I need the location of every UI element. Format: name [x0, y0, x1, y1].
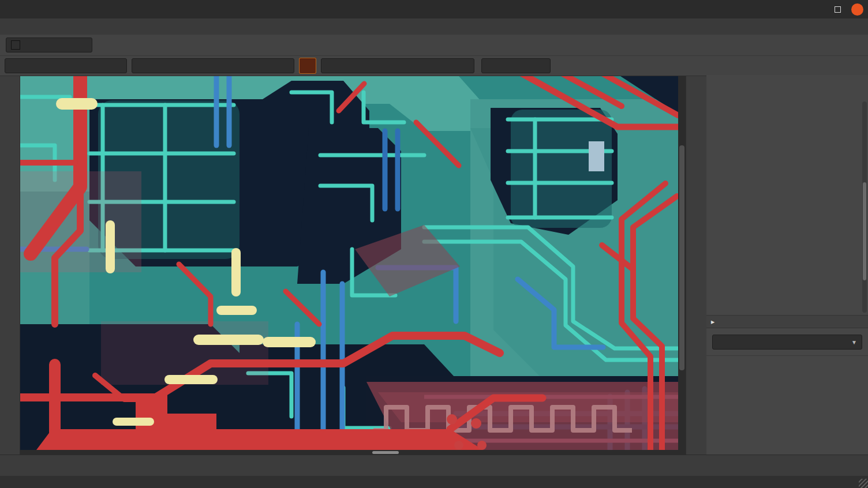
grid-size-dropdown[interactable] [321, 58, 474, 73]
selection-filter-grid [706, 362, 868, 364]
selection-filter-title [706, 356, 868, 362]
close-button[interactable] [851, 3, 863, 16]
presets-dropdown[interactable]: ▼ [712, 335, 862, 350]
layer-display-options[interactable]: ▸ [706, 315, 868, 328]
via-size-dropdown[interactable] [132, 58, 294, 73]
appearance-title [706, 75, 868, 80]
vertical-scrollbar[interactable] [678, 76, 686, 455]
hscroll-handle[interactable] [372, 451, 399, 454]
layer-swatch [11, 40, 20, 50]
via-size-button[interactable] [299, 58, 316, 74]
vscroll-handle[interactable] [679, 145, 684, 370]
right-toolbar [686, 76, 706, 455]
coordinate-status-bar [0, 476, 868, 488]
expand-arrow-icon: ▸ [711, 317, 714, 326]
secondary-toolbar [0, 56, 868, 76]
minimize-button[interactable] [812, 3, 824, 15]
chevron-down-icon: ▼ [851, 339, 857, 346]
layer-list-scrollbar[interactable] [862, 102, 867, 313]
menu-bar [0, 18, 868, 35]
maximize-button[interactable] [832, 3, 843, 15]
title-bar [0, 0, 868, 18]
appearance-tabs [706, 80, 868, 97]
board-stats-bar [0, 455, 868, 476]
zoom-level-dropdown[interactable] [481, 58, 551, 73]
resize-grip[interactable] [859, 479, 868, 488]
layer-scroll-handle[interactable] [863, 182, 866, 280]
main-toolbar [0, 35, 868, 56]
pcb-canvas[interactable] [20, 76, 678, 450]
track-width-dropdown[interactable] [5, 58, 127, 73]
pcb-editor-window: ▸ ▼ [0, 0, 868, 488]
layer-list [706, 99, 868, 315]
left-toolbar [0, 76, 20, 455]
layer-selector-dropdown[interactable] [6, 37, 92, 52]
appearance-panel: ▸ ▼ [706, 75, 868, 455]
horizontal-scrollbar[interactable] [20, 450, 678, 455]
main-area: ▸ ▼ [0, 76, 868, 455]
